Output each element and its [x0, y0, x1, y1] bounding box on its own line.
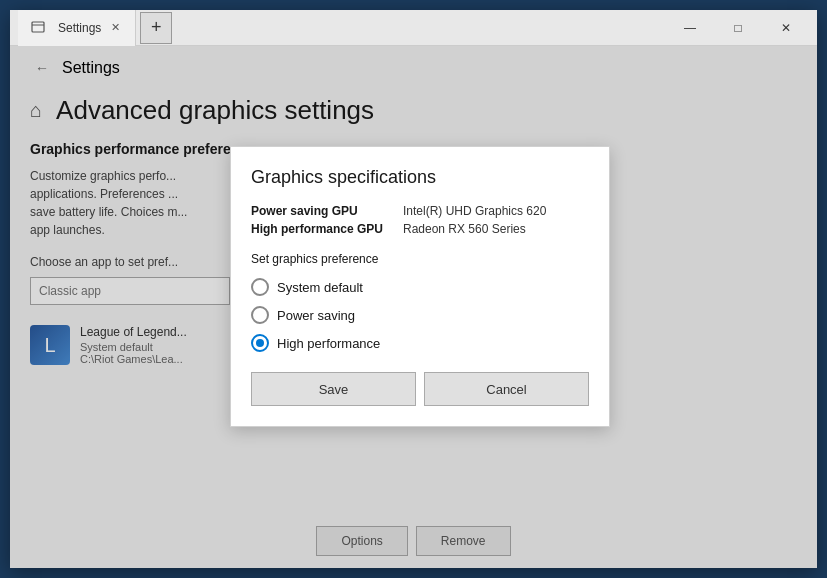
- close-button[interactable]: ✕: [763, 10, 809, 46]
- window-icon: [30, 20, 46, 36]
- spec-table: Power saving GPU Intel(R) UHD Graphics 6…: [251, 204, 589, 236]
- spec-value-high: Radeon RX 560 Series: [403, 222, 526, 236]
- maximize-button[interactable]: □: [715, 10, 761, 46]
- radio-label-high-performance: High performance: [277, 336, 380, 351]
- settings-window: Settings ✕ + — □ ✕ ← Settings ⌂ Advanced…: [10, 10, 817, 568]
- radio-label-power-saving: Power saving: [277, 308, 355, 323]
- spec-row-power: Power saving GPU Intel(R) UHD Graphics 6…: [251, 204, 589, 218]
- radio-group: System default Power saving High perform…: [251, 278, 589, 352]
- settings-tab[interactable]: Settings ✕: [18, 10, 136, 46]
- spec-label-power: Power saving GPU: [251, 204, 391, 218]
- dialog-title: Graphics specifications: [251, 167, 589, 188]
- radio-circle-power-saving: [251, 306, 269, 324]
- radio-high-performance[interactable]: High performance: [251, 334, 589, 352]
- radio-inner-high-performance: [256, 339, 264, 347]
- svg-rect-0: [32, 22, 44, 32]
- title-bar: Settings ✕ + — □ ✕: [10, 10, 817, 46]
- cancel-button[interactable]: Cancel: [424, 372, 589, 406]
- new-tab-button[interactable]: +: [140, 12, 172, 44]
- dialog-buttons: Save Cancel: [251, 372, 589, 406]
- graphics-dialog: Graphics specifications Power saving GPU…: [230, 146, 610, 427]
- minimize-button[interactable]: —: [667, 10, 713, 46]
- radio-system-default[interactable]: System default: [251, 278, 589, 296]
- radio-circle-high-performance: [251, 334, 269, 352]
- spec-label-high: High performance GPU: [251, 222, 391, 236]
- save-button[interactable]: Save: [251, 372, 416, 406]
- window-controls: — □ ✕: [667, 10, 809, 46]
- tab-title: Settings: [58, 21, 101, 35]
- tab-close-button[interactable]: ✕: [107, 20, 123, 36]
- spec-value-power: Intel(R) UHD Graphics 620: [403, 204, 546, 218]
- radio-label-system-default: System default: [277, 280, 363, 295]
- radio-circle-system-default: [251, 278, 269, 296]
- pref-title: Set graphics preference: [251, 252, 589, 266]
- content-area: ← Settings ⌂ Advanced graphics settings …: [10, 46, 817, 568]
- radio-power-saving[interactable]: Power saving: [251, 306, 589, 324]
- spec-row-high: High performance GPU Radeon RX 560 Serie…: [251, 222, 589, 236]
